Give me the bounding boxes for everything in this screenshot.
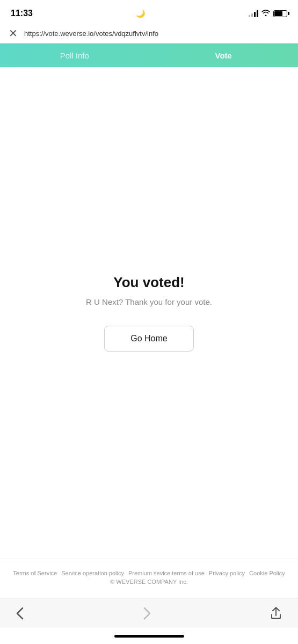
voted-subtitle: R U Next? Thank you for your vote.	[86, 297, 212, 306]
status-bar: 11:33 🌙	[0, 0, 298, 24]
status-time: 11:33	[11, 9, 33, 18]
signal-icon	[249, 10, 258, 17]
voted-title: You voted!	[113, 274, 184, 291]
wifi-icon	[261, 9, 270, 18]
nav-forward-button[interactable]	[143, 607, 151, 620]
footer-link-privacy[interactable]: Privacy policy	[209, 570, 245, 576]
footer-link-premium[interactable]: Premium sevice terms of use	[128, 570, 205, 576]
footer-link-tos[interactable]: Terms of Service	[13, 570, 57, 576]
status-icons	[249, 9, 287, 18]
footer-links: Terms of Service Service operation polic…	[11, 570, 287, 576]
tab-bar: Poll Info Vote	[0, 43, 298, 67]
footer-copyright: © WEVERSE COMPANY Inc.	[11, 579, 287, 585]
footer: Terms of Service Service operation polic…	[0, 559, 298, 598]
tab-poll-info[interactable]: Poll Info	[0, 43, 149, 67]
home-indicator	[0, 628, 298, 644]
main-content: You voted! R U Next? Thank you for your …	[0, 67, 298, 559]
nav-share-button[interactable]	[270, 607, 282, 620]
go-home-button[interactable]: Go Home	[104, 326, 193, 352]
browser-chrome: ✕ https://vote.weverse.io/votes/vdqzuflv…	[0, 24, 298, 43]
browser-nav-bar	[0, 598, 298, 628]
nav-back-button[interactable]	[16, 607, 24, 620]
url-bar[interactable]: https://vote.weverse.io/votes/vdqzuflvtv…	[24, 30, 289, 38]
battery-icon	[273, 10, 287, 17]
footer-link-cookie[interactable]: Cookie Policy	[249, 570, 285, 576]
moon-icon: 🌙	[136, 9, 145, 18]
home-indicator-bar	[114, 635, 184, 638]
close-button[interactable]: ✕	[9, 28, 18, 39]
tab-vote[interactable]: Vote	[149, 43, 299, 67]
footer-link-sop[interactable]: Service operation policy	[61, 570, 124, 576]
